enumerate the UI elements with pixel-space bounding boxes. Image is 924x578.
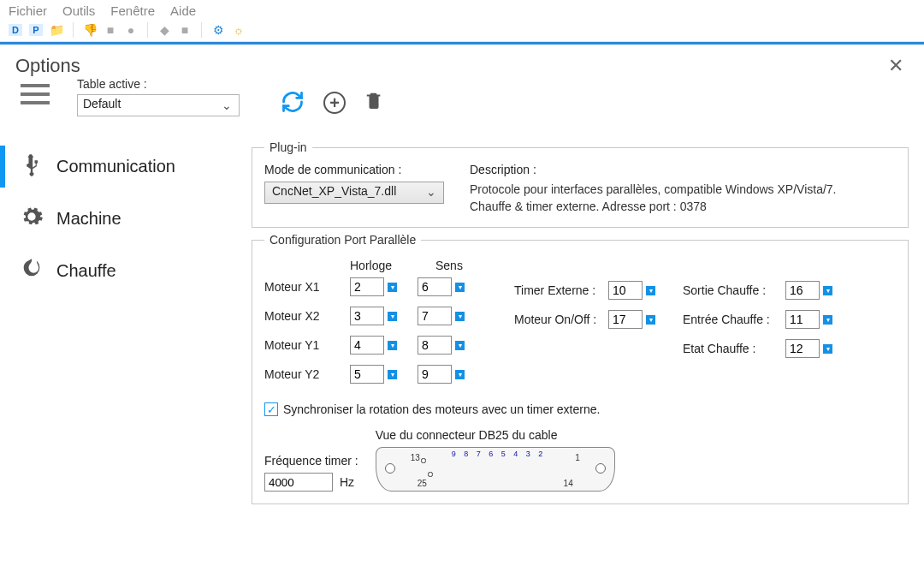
sync-checkbox[interactable]: ✓ (264, 402, 278, 416)
mode-select[interactable]: CncNet_XP_Vista_7.dll (264, 182, 444, 204)
db25-pin-25: 25 (418, 479, 427, 488)
table-active-label: Table active : (77, 77, 240, 91)
table-active-select[interactable]: Default (77, 94, 240, 116)
menu-window[interactable]: Fenêtre (110, 3, 155, 18)
freq-input[interactable] (264, 473, 333, 492)
menu-file[interactable]: Fichier (9, 3, 47, 18)
sidebar-item-machine[interactable]: Machine (12, 193, 252, 245)
horloge-header: Horloge (350, 259, 401, 272)
refresh-icon[interactable] (281, 90, 305, 116)
sidebar-label: Chauffe (56, 261, 116, 281)
entree-chauffe-input[interactable] (785, 310, 820, 329)
db25-screw-icon (595, 463, 606, 474)
spin-icon[interactable]: ▾ (455, 283, 465, 292)
toolbar-sep (147, 22, 148, 38)
plugin-legend: Plug-in (264, 140, 312, 154)
toolbar-sep (73, 22, 74, 38)
body: Communication Machine Chauffe Plug-in Mo… (0, 123, 924, 509)
moteur-onoff-label: Moteur On/Off : (514, 313, 608, 326)
menubar: Fichier Outils Fenêtre Aide (0, 0, 924, 20)
sidebar-item-chauffe[interactable]: Chauffe (12, 245, 252, 297)
moteur-y2-horloge[interactable] (350, 365, 384, 384)
toolbar: D P 📁 👎 ■ ● ◆ ■ ⚙ ☼ (0, 20, 924, 42)
content: Plug-in Mode de communication : CncNet_X… (252, 140, 909, 509)
moteur-x2-horloge[interactable] (350, 307, 384, 325)
moteur-x1-horloge[interactable] (350, 277, 384, 296)
desc-label: Description : (470, 163, 838, 176)
toolbar-d-icon[interactable]: D (9, 24, 22, 36)
menu-help[interactable]: Aide (170, 3, 196, 18)
sync-row: ✓ Synchroniser la rotation des moteurs a… (264, 402, 896, 416)
sidebar: Communication Machine Chauffe (12, 140, 252, 509)
sens-header: Sens (435, 259, 487, 272)
square-icon[interactable]: ■ (104, 23, 117, 37)
square2-icon[interactable]: ■ (178, 23, 192, 37)
moteur-x1-label: Moteur X1 (264, 280, 350, 294)
folder-icon[interactable]: 📁 (50, 23, 63, 37)
trash-icon[interactable] (364, 89, 383, 116)
spin-icon[interactable]: ▾ (823, 286, 832, 295)
add-icon[interactable]: + (323, 92, 346, 114)
etat-chauffe-label: Etat Chauffe : (683, 342, 785, 355)
moteur-x2-sens[interactable] (418, 307, 452, 325)
moteur-y1-label: Moteur Y1 (264, 338, 350, 352)
spin-icon[interactable]: ▾ (388, 341, 397, 350)
diamond-icon[interactable]: ◆ (157, 23, 171, 37)
gear-icon[interactable]: ⚙ (211, 23, 225, 37)
moteur-y1-horloge[interactable] (350, 336, 384, 355)
spin-icon[interactable]: ▾ (823, 315, 832, 325)
parallel-port-fieldset: Configuration Port Parallèle Horloge Sen… (252, 233, 909, 504)
freq-label: Fréquence timer : (264, 454, 358, 468)
moteur-y1-sens[interactable] (418, 336, 452, 355)
moteur-y2-label: Moteur Y2 (264, 367, 350, 381)
spin-icon[interactable]: ▾ (823, 344, 832, 354)
spin-icon[interactable]: ▾ (646, 315, 655, 325)
flame-icon (19, 257, 44, 285)
options-header: Options ✕ (0, 45, 924, 77)
moteur-x1-sens[interactable] (418, 277, 452, 296)
toolbar-sep (201, 22, 202, 38)
toolbar-p-icon[interactable]: P (29, 24, 43, 36)
db25-label: Vue du connecteur DB25 du cable (376, 428, 615, 442)
table-actions: + (281, 89, 383, 116)
circle-icon[interactable]: ● (124, 23, 138, 37)
entree-chauffe-label: Entrée Chauffe : (683, 313, 785, 326)
db25-pin-1: 1 (575, 453, 580, 462)
hz-label: Hz (340, 475, 354, 489)
mode-label: Mode de communication : (264, 163, 470, 176)
hamburger-icon[interactable] (21, 84, 50, 104)
spin-icon[interactable]: ▾ (646, 286, 655, 295)
menu-tools[interactable]: Outils (62, 3, 95, 18)
spin-icon[interactable]: ▾ (455, 341, 465, 350)
sortie-chauffe-label: Sortie Chauffe : (683, 283, 785, 297)
table-header-row: Table active : Default + (0, 77, 924, 123)
sun-icon[interactable]: ☼ (232, 23, 246, 37)
moteur-onoff-input[interactable] (608, 310, 643, 329)
close-icon[interactable]: ✕ (883, 55, 909, 77)
timer-externe-input[interactable] (608, 281, 643, 300)
spin-icon[interactable]: ▾ (455, 312, 465, 321)
sidebar-label: Machine (56, 209, 121, 229)
options-title: Options (15, 55, 80, 77)
spin-icon[interactable]: ▾ (388, 370, 397, 379)
spin-icon[interactable]: ▾ (388, 283, 397, 292)
gear-large-icon (19, 205, 44, 233)
spin-icon[interactable]: ▾ (455, 370, 465, 379)
db25-screw-icon (385, 463, 395, 474)
timer-externe-label: Timer Externe : (514, 283, 608, 297)
etat-chauffe-input[interactable] (785, 339, 820, 358)
usb-icon (19, 152, 44, 181)
spin-icon[interactable]: ▾ (388, 312, 397, 321)
sidebar-item-communication[interactable]: Communication (12, 140, 252, 193)
moteur-y2-sens[interactable] (418, 365, 452, 384)
thumb-icon[interactable]: 👎 (83, 23, 97, 37)
sidebar-label: Communication (56, 157, 175, 176)
db25-pin-14: 14 (564, 479, 573, 488)
sync-label: Synchroniser la rotation des moteurs ave… (283, 402, 600, 416)
db25-pin-13: 13 (411, 453, 420, 462)
desc-text: Protocole pour interfaces parallèles, co… (470, 182, 838, 215)
db25-connector: 13 1 25 14 9 8 7 6 5 4 3 2 (376, 447, 615, 492)
pp-legend: Configuration Port Parallèle (264, 233, 421, 247)
motor-column: Horloge Sens Moteur X1 ▾ ▾ Moteur X2 ▾ ▾ (264, 259, 487, 394)
sortie-chauffe-input[interactable] (785, 281, 820, 300)
